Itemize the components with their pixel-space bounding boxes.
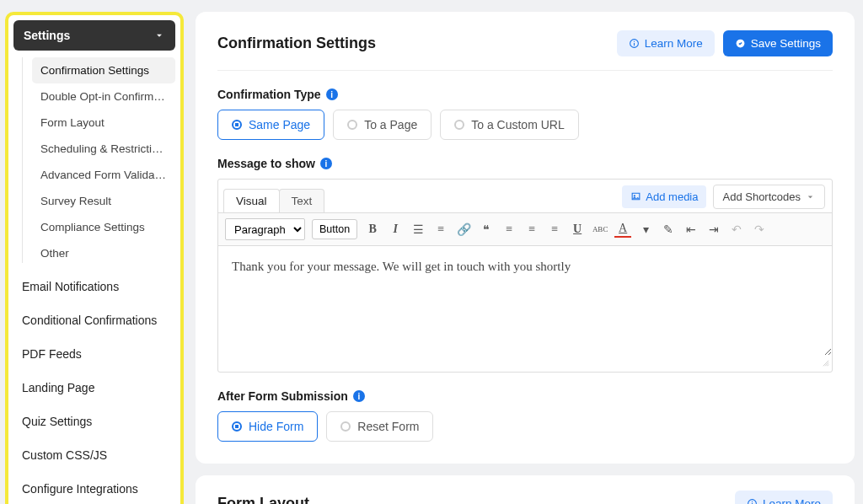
radio-dot-icon bbox=[232, 421, 242, 432]
panel-header: Confirmation Settings Learn More Save Se… bbox=[217, 30, 833, 71]
numbered-list-icon[interactable]: ≡ bbox=[432, 221, 449, 238]
learn-more-button[interactable]: Learn More bbox=[617, 30, 715, 56]
bold-icon[interactable]: B bbox=[364, 221, 381, 238]
check-circle-icon bbox=[735, 38, 746, 49]
radio-to-custom-url[interactable]: To a Custom URL bbox=[440, 110, 578, 140]
sub-compliance[interactable]: Compliance Settings bbox=[32, 214, 175, 240]
form-layout-panel: Form Layout Learn More bbox=[196, 475, 855, 504]
message-to-show-label: Message to show i bbox=[217, 157, 833, 170]
confirmation-type-label: Confirmation Type i bbox=[217, 88, 833, 101]
sub-advanced-validation[interactable]: Advanced Form Validati... bbox=[32, 162, 175, 188]
nav-custom-css-js[interactable]: Custom CSS/JS bbox=[13, 438, 175, 472]
blockquote-icon[interactable]: ❝ bbox=[478, 221, 495, 238]
align-center-icon[interactable]: ≡ bbox=[523, 221, 540, 238]
sidebar-header-label: Settings bbox=[24, 29, 70, 42]
sub-survey-result[interactable]: Survey Result bbox=[32, 188, 175, 214]
editor-button-insert[interactable]: Button bbox=[312, 219, 357, 239]
info-icon bbox=[629, 38, 640, 49]
rich-text-editor: Visual Text Add media Add Shortcodes bbox=[217, 179, 833, 373]
save-settings-label: Save Settings bbox=[751, 37, 821, 50]
panel-actions: Learn More Save Settings bbox=[617, 30, 833, 56]
nav-landing-page[interactable]: Landing Page bbox=[13, 371, 175, 405]
indent-icon[interactable]: ⇥ bbox=[705, 221, 722, 238]
editor-body[interactable]: Thank you for your message. We will get … bbox=[218, 246, 832, 356]
sub-confirmation-settings[interactable]: Confirmation Settings bbox=[32, 57, 175, 83]
after-submission-label: After Form Submission i bbox=[217, 389, 833, 403]
editor-tabs: Visual Text bbox=[223, 189, 324, 212]
nav-quiz-settings[interactable]: Quiz Settings bbox=[13, 405, 175, 438]
learn-more-button[interactable]: Learn More bbox=[735, 491, 833, 504]
after-submission-group: Hide Form Reset Form bbox=[217, 411, 833, 442]
learn-more-label: Learn More bbox=[763, 497, 821, 504]
svg-point-6 bbox=[752, 501, 753, 502]
confirmation-type-group: Same Page To a Page To a Custom URL bbox=[217, 110, 833, 140]
nav-conditional-confirmations[interactable]: Conditional Confirmations bbox=[13, 303, 175, 337]
radio-same-page[interactable]: Same Page bbox=[217, 110, 324, 140]
underline-icon[interactable]: U bbox=[569, 221, 586, 238]
radio-reset-form[interactable]: Reset Form bbox=[326, 411, 433, 442]
resize-handle[interactable] bbox=[218, 356, 832, 372]
nav-configure-integrations[interactable]: Configure Integrations bbox=[13, 472, 175, 504]
align-left-icon[interactable]: ≡ bbox=[501, 221, 517, 238]
sub-form-layout[interactable]: Form Layout bbox=[32, 110, 175, 136]
confirmation-settings-panel: Confirmation Settings Learn More Save Se… bbox=[196, 12, 855, 464]
text-color-chevron-icon[interactable]: ▾ bbox=[637, 221, 654, 238]
editor-topbar: Visual Text Add media Add Shortcodes bbox=[218, 180, 832, 213]
strikethrough-icon[interactable]: ABC bbox=[592, 221, 608, 238]
learn-more-label: Learn More bbox=[645, 37, 703, 50]
help-icon[interactable]: i bbox=[320, 158, 332, 169]
radio-hide-form[interactable]: Hide Form bbox=[217, 411, 318, 442]
sub-double-optin[interactable]: Double Opt-in Confirma... bbox=[32, 83, 175, 110]
radio-dot-icon bbox=[232, 120, 242, 130]
outdent-icon[interactable]: ⇤ bbox=[683, 221, 700, 238]
nav-pdf-feeds[interactable]: PDF Feeds bbox=[13, 337, 175, 371]
radio-dot-icon bbox=[340, 421, 351, 432]
nav-email-notifications[interactable]: Email Notifications bbox=[13, 270, 175, 303]
radio-dot-icon bbox=[347, 120, 357, 130]
italic-icon[interactable]: I bbox=[387, 221, 404, 238]
sidebar-header[interactable]: Settings bbox=[13, 20, 175, 51]
main-content: Confirmation Settings Learn More Save Se… bbox=[196, 12, 858, 504]
bulleted-list-icon[interactable]: ☰ bbox=[410, 221, 426, 238]
sub-scheduling[interactable]: Scheduling & Restrictions bbox=[32, 136, 175, 162]
chevron-down-icon bbox=[805, 191, 816, 202]
chevron-down-icon bbox=[153, 29, 165, 41]
settings-sidebar: Settings Confirmation Settings Double Op… bbox=[5, 12, 184, 504]
media-icon bbox=[630, 191, 641, 202]
settings-submenu: Confirmation Settings Double Opt-in Conf… bbox=[13, 51, 175, 270]
toolbar-icons: B I ☰ ≡ 🔗 ❝ ≡ ≡ ≡ U ABC A ▾ ✎ ⇤ bbox=[364, 221, 768, 238]
radio-to-a-page[interactable]: To a Page bbox=[333, 110, 432, 140]
editor-tab-visual[interactable]: Visual bbox=[223, 189, 280, 212]
link-icon[interactable]: 🔗 bbox=[455, 221, 472, 238]
radio-dot-icon bbox=[454, 120, 464, 130]
editor-tab-text[interactable]: Text bbox=[279, 189, 325, 212]
text-color-icon[interactable]: A bbox=[614, 221, 631, 238]
undo-icon[interactable]: ↶ bbox=[728, 221, 745, 238]
panel-title: Confirmation Settings bbox=[217, 35, 376, 52]
paragraph-select[interactable]: Paragraph bbox=[225, 218, 305, 240]
info-icon bbox=[747, 498, 758, 504]
align-right-icon[interactable]: ≡ bbox=[546, 221, 563, 238]
save-settings-button[interactable]: Save Settings bbox=[723, 30, 833, 56]
redo-icon[interactable]: ↷ bbox=[751, 221, 768, 238]
clear-format-icon[interactable]: ✎ bbox=[660, 221, 677, 238]
panel-header: Form Layout Learn More bbox=[217, 491, 833, 504]
help-icon[interactable]: i bbox=[353, 390, 365, 402]
editor-toolbar: Paragraph Button B I ☰ ≡ 🔗 ❝ ≡ ≡ ≡ U bbox=[218, 213, 832, 246]
sub-other[interactable]: Other bbox=[32, 240, 175, 266]
svg-rect-2 bbox=[634, 43, 635, 46]
panel-title: Form Layout bbox=[217, 495, 309, 504]
add-shortcodes-button[interactable]: Add Shortcodes bbox=[713, 185, 825, 209]
svg-point-4 bbox=[634, 195, 635, 196]
editor-top-right: Add media Add Shortcodes bbox=[622, 185, 825, 209]
help-icon[interactable]: i bbox=[326, 88, 338, 100]
add-media-button[interactable]: Add media bbox=[622, 185, 706, 208]
resize-icon bbox=[818, 356, 830, 367]
svg-point-1 bbox=[633, 41, 634, 42]
